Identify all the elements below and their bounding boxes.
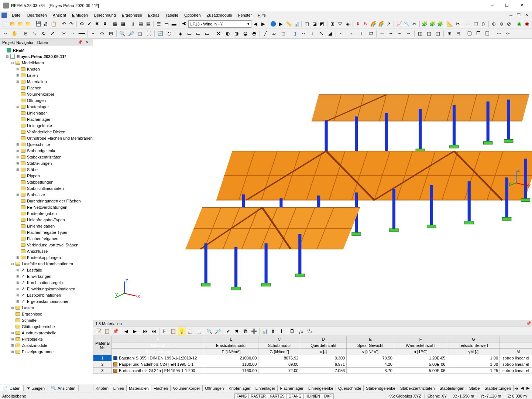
navigator-tree[interactable]: RFEM⊟Eloyes-Préau-2020-09-11*⊟Modelldate… <box>0 46 93 384</box>
tree-md-orthotrope-fl-chen-und-membranen[interactable]: Orthotrope Flächen und Membranen <box>0 135 93 141</box>
undo-icon[interactable]: ↶ <box>61 20 68 28</box>
print-preview-icon[interactable]: 📋 <box>50 20 57 28</box>
special-icon[interactable]: ⚒ <box>214 30 223 38</box>
win2-icon[interactable]: ❐ <box>474 30 483 38</box>
transparent-icon[interactable]: ◩ <box>319 20 326 28</box>
zoom-all-icon[interactable]: ⛶ <box>145 30 153 38</box>
solid-icon[interactable]: ◪ <box>311 20 318 28</box>
tt-chk-icon[interactable]: ✔ <box>224 327 233 335</box>
obj1-icon[interactable]: ◐ <box>223 30 231 38</box>
table2-icon[interactable]: ▦ <box>119 20 126 28</box>
bottom-tab-stabexzentrizitäten[interactable]: Stabexzentrizitäten <box>398 385 437 391</box>
display-icon[interactable]: ☰ <box>155 20 162 28</box>
tab-scroll-prev[interactable]: ◀ <box>519 386 525 391</box>
tree-md-stabexzentrizit-ten[interactable]: ⊞Stabexzentrizitäten <box>0 154 93 160</box>
tt-prev-icon[interactable]: ◀ <box>122 327 130 335</box>
next-lc-icon[interactable]: ▶ <box>260 20 267 28</box>
clip-icon[interactable]: ✂ <box>454 20 461 28</box>
table-row[interactable]: 1Baustahl S 355 | DIN EN 1993-1-1:2010-1… <box>93 355 532 361</box>
line-type2-icon[interactable]: ╌ <box>387 30 395 38</box>
save-icon[interactable]: 💾 <box>35 20 42 28</box>
tab-scroll-first[interactable]: ⏮ <box>513 386 519 391</box>
table-icon[interactable]: ▦ <box>111 20 119 28</box>
tree-lasten[interactable]: ⊞Lasten <box>0 304 93 311</box>
tt-last-icon[interactable]: ⏭ <box>150 327 158 335</box>
animation-icon[interactable]: ▶ <box>278 20 285 28</box>
tree-ergebnisse[interactable]: Ergebnisse <box>0 311 93 317</box>
tree-md-knoten[interactable]: ⊞Knoten <box>0 66 93 72</box>
menu-tabelle[interactable]: Tabelle <box>162 12 181 18</box>
green-icon[interactable]: ◉ <box>516 20 523 28</box>
tt-find-icon[interactable]: 🔍 <box>205 327 213 335</box>
menu-einfügen[interactable]: Einfügen <box>69 12 91 18</box>
obj4-icon[interactable]: ◓ <box>250 30 258 38</box>
menu-berechnung[interactable]: Berechnung <box>91 12 119 18</box>
iso-icon[interactable]: 🌈 <box>378 20 385 28</box>
view-z-icon[interactable]: ▭ <box>203 30 211 38</box>
mirror-icon[interactable]: ⇋ <box>31 30 39 38</box>
col-icon[interactable]: ▯ <box>291 30 299 38</box>
tree-rfem[interactable]: RFEM <box>0 47 93 53</box>
open-special-icon[interactable]: 📁 <box>17 20 24 28</box>
new-icon[interactable]: 📄 <box>1 20 8 28</box>
tree-einzelprogramme[interactable]: ⊞Einzelprogramme <box>0 348 93 355</box>
dim4-icon[interactable]: ◢ <box>326 30 334 38</box>
redo-icon[interactable]: ↷ <box>68 20 75 28</box>
tt-fxstar-icon[interactable]: ᶠƒₓ <box>305 327 313 335</box>
tt-copy-icon[interactable]: ⎘ <box>161 327 169 335</box>
bottom-tab-flächenlager[interactable]: Flächenlager <box>277 385 306 391</box>
bottom-tab-knotenlager[interactable]: Knotenlager <box>226 385 253 391</box>
tt-next-icon[interactable]: ▶ <box>131 327 139 335</box>
tt-del-icon[interactable]: 🗑 <box>241 327 250 335</box>
mdi-minimize[interactable]: ─ <box>507 13 515 17</box>
results-icon[interactable]: 👁 <box>94 20 101 28</box>
print-icon[interactable]: 🖨 <box>42 20 49 28</box>
tt-ins-icon[interactable]: ➕ <box>250 327 258 335</box>
bottom-tab-stabteilungen[interactable]: Stabteilungen <box>437 385 467 391</box>
nav-tab-zeigen[interactable]: 👁 Zeigen <box>24 385 48 391</box>
rotate3d-icon[interactable]: 🔄 <box>156 30 164 38</box>
diagram1-icon[interactable]: 📈 <box>395 20 402 28</box>
tree-md-liniengelenke[interactable]: Liniengelenke <box>0 122 93 129</box>
tt-edit-icon[interactable]: 📝 <box>95 327 103 335</box>
select-icon[interactable]: ⬚ <box>472 20 479 28</box>
module3-icon[interactable]: 🧩 <box>436 20 443 28</box>
tree-lastfalle[interactable]: ⊟Lastfälle und Kombinationen <box>0 260 93 267</box>
tree-md-stabs-tze[interactable]: ⊞Stabsätze <box>0 191 93 198</box>
tt-paste-icon[interactable]: 📋 <box>169 327 177 335</box>
trim-icon[interactable]: ⟶ <box>78 30 86 38</box>
open-special2-icon[interactable]: 📁 <box>25 20 32 28</box>
opening-icon[interactable]: ◻ <box>279 30 287 38</box>
wireframe-icon[interactable]: ◫ <box>303 20 310 28</box>
more3-icon[interactable]: ◫ <box>434 30 442 38</box>
navigator-pin-icon[interactable]: 📌 <box>76 40 84 45</box>
tt-fx-icon[interactable]: ƒx <box>297 327 305 335</box>
tree-md-anschl-sse[interactable]: Anschlüsse <box>0 248 93 254</box>
win3-icon[interactable]: ❑ <box>483 30 491 38</box>
tt-sel2-icon[interactable]: ⬚ <box>195 327 203 335</box>
view-y-icon[interactable]: ▭ <box>194 30 202 38</box>
shape-icon[interactable]: ◈ <box>344 20 351 28</box>
line-type4-icon[interactable]: ┈ <box>405 30 413 38</box>
center3-icon[interactable]: ⊘ <box>505 20 512 28</box>
check-icon[interactable]: ✔ <box>86 20 93 28</box>
bottom-tab-liniengelenke[interactable]: Liniengelenke <box>306 385 336 391</box>
moments-icon[interactable]: ↻ <box>362 20 369 28</box>
red-icon[interactable]: ◉ <box>524 20 531 28</box>
tree-lf-kombinationsregeln[interactable]: ⊞↗Kombinationsregeln <box>0 279 93 286</box>
more1-icon[interactable]: ◫ <box>416 30 424 38</box>
tt-list-icon[interactable]: 📋 <box>103 327 111 335</box>
menu-fenster[interactable]: Fenster <box>235 12 255 18</box>
bottom-tab-stäbe[interactable]: Stäbe <box>467 385 483 391</box>
iso-view-icon[interactable]: ◈ <box>176 30 185 38</box>
tt-first-icon[interactable]: ⏮ <box>141 327 150 335</box>
line-type3-icon[interactable]: ┄ <box>396 30 404 38</box>
nav-tab-ansichten[interactable]: 🔍 Ansichten <box>48 385 79 391</box>
split-icon[interactable]: ✂ <box>60 30 68 38</box>
tree-md-volumenk-rper[interactable]: Volumenkörper <box>0 91 93 97</box>
orbit-icon[interactable]: ⭮ <box>165 30 173 38</box>
tree-md-linien[interactable]: ⊞Linien <box>0 72 93 78</box>
scale2-icon[interactable]: ⤢ <box>48 30 56 38</box>
tree-lf-ergebniskombinationen[interactable]: ⊞↗Ergebniskombinationen <box>0 298 93 304</box>
menu-datei[interactable]: Datei <box>9 12 24 18</box>
